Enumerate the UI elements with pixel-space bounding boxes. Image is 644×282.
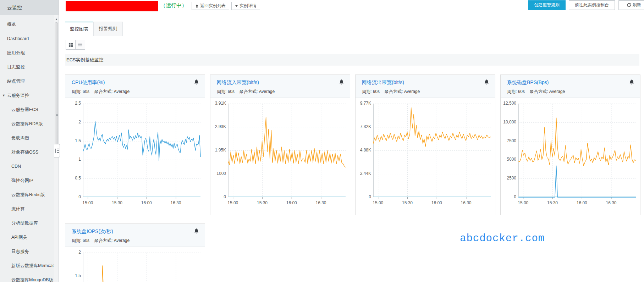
y-axis-label: 0 — [356, 194, 371, 199]
scrollbar-thumb[interactable] — [55, 22, 58, 157]
sidebar-item-7[interactable]: 云数据库RDS版 — [0, 117, 54, 131]
y-axis-label: 0 — [65, 194, 81, 199]
chart-plot — [518, 104, 637, 200]
chart-title[interactable]: 网络流出带宽(bit/s) — [362, 79, 489, 86]
sidebar-item-12[interactable]: 云数据库Redis版 — [0, 188, 54, 202]
y-axis-label: 10,000 — [501, 120, 516, 125]
cloud-monitor-app: 云监控 概览Dashboard应用分组日志监控站点管理▼云服务监控云服务器ECS… — [0, 0, 644, 282]
y-axis-label: 1.5 — [65, 273, 81, 278]
refresh-button[interactable]: 刷新 — [618, 0, 644, 10]
chart-period-label: 周期: 60s — [507, 89, 525, 95]
sidebar-item-18[interactable]: 云数据库MongoDB版 — [0, 273, 54, 282]
y-axis-label: 2.93K — [210, 124, 226, 129]
chart-card-header: CPU使用率(%) 周期: 60s 聚合方式: Average — [65, 75, 205, 98]
sidebar-nav: 概览Dashboard应用分组日志监控站点管理▼云服务监控云服务器ECS云数据库… — [0, 15, 54, 282]
bell-icon[interactable] — [484, 79, 490, 85]
grid-view-button[interactable] — [66, 40, 76, 50]
chart-card-header: 系统磁盘BPS(Bps) 周期: 60s 聚合方式: Average — [501, 75, 640, 98]
sidebar-item-8[interactable]: 负载均衡 — [0, 131, 54, 145]
chart-plot-area: 3.91K2.93K1.95K1000015:0015:3016:0016:30 — [210, 98, 350, 215]
y-axis-label: 1 — [65, 157, 81, 162]
main-content: （运行中） 返回实例列表 实例详情 创建报警规则 前往此实例控制台 刷新 监控图… — [59, 0, 644, 282]
x-axis-label: 15:00 — [225, 200, 241, 205]
series-line — [518, 118, 636, 166]
y-axis-label: 4.88K — [356, 148, 371, 153]
sidebar-item-17[interactable]: 新版云数据库Memcache — [0, 259, 54, 273]
bell-icon[interactable] — [193, 228, 200, 234]
x-axis-label: 16:30 — [168, 200, 183, 205]
sidebar-item-2[interactable]: 应用分组 — [0, 46, 54, 60]
chart-plot — [373, 104, 491, 200]
list-view-button[interactable] — [75, 40, 85, 50]
up-arrow-icon — [195, 4, 199, 8]
goto-instance-console-button[interactable]: 前往此实例控制台 — [569, 0, 615, 10]
series-line — [518, 166, 636, 197]
bell-icon[interactable] — [338, 79, 345, 85]
list-view-icon — [78, 43, 83, 47]
x-axis-label: 16:00 — [574, 200, 590, 205]
chart-period-label: 周期: 60s — [72, 238, 89, 244]
sidebar-item-9[interactable]: 对象存储OSS — [0, 145, 54, 159]
sidebar-collapse-handle[interactable] — [54, 144, 60, 157]
chart-card-3: 系统磁盘BPS(Bps) 周期: 60s 聚合方式: Average 12,50… — [500, 74, 640, 215]
section-title: ECS实例基础监控 — [65, 57, 104, 63]
chart-title[interactable]: 系统磁盘BPS(Bps) — [507, 79, 634, 86]
y-axis-label: 7.32K — [356, 124, 371, 129]
chart-plot-area: 12,50010,000750050002500015:0015:3016:00… — [501, 98, 640, 215]
x-axis-label: 16:00 — [284, 200, 299, 205]
chart-plot — [228, 104, 346, 200]
y-axis-label: 5000 — [501, 157, 516, 162]
x-axis-label: 16:30 — [603, 200, 619, 205]
tab-monitor-charts[interactable]: 监控图表 — [65, 22, 93, 37]
instance-detail-button[interactable]: 实例详情 — [231, 2, 260, 10]
tab-alarm-rules[interactable]: 报警规则 — [93, 22, 123, 36]
sidebar-item-15[interactable]: API网关 — [0, 230, 54, 244]
tab-bar: 监控图表 报警规则 — [59, 22, 644, 36]
chart-title[interactable]: CPU使用率(%) — [72, 79, 199, 86]
instance-name-redacted — [66, 1, 158, 11]
sidebar-item-11[interactable]: 弹性公网IP — [0, 173, 54, 188]
chart-subtitle: 周期: 60s 聚合方式: Average — [72, 89, 199, 95]
chart-subtitle: 周期: 60s 聚合方式: Average — [362, 89, 489, 95]
bell-icon[interactable] — [629, 79, 635, 85]
x-axis-label: 15:00 — [515, 200, 531, 205]
chart-plot-area: 21.510.5015:0015:3016:0016:30 — [65, 247, 205, 282]
chart-period-label: 周期: 60s — [72, 89, 89, 95]
back-to-instance-list-button[interactable]: 返回实例列表 — [192, 2, 229, 10]
view-toggle-group — [66, 40, 85, 50]
sidebar-item-1[interactable]: Dashboard — [0, 32, 54, 46]
sidebar-item-10[interactable]: CDN — [0, 159, 54, 173]
sidebar-item-5[interactable]: ▼云服务监控 — [0, 88, 54, 103]
scroll-up-icon[interactable]: ▲ — [54, 17, 59, 22]
watermark: abcdocker.com — [460, 233, 545, 244]
y-axis-label: 0.5 — [65, 176, 81, 181]
y-axis-label: 2 — [65, 120, 81, 125]
create-alarm-rule-button[interactable]: 创建报警规则 — [528, 0, 566, 10]
sidebar-item-4[interactable]: 站点管理 — [0, 74, 54, 88]
y-axis-label: 2500 — [501, 176, 516, 181]
chart-subtitle: 周期: 60s 聚合方式: Average — [217, 89, 344, 95]
y-axis-label: 1000 — [210, 171, 226, 176]
chart-title[interactable]: 系统盘IOPS(次/秒) — [72, 228, 199, 235]
sidebar-item-13[interactable]: 流计算 — [0, 202, 54, 216]
chart-title[interactable]: 网络流入带宽(bit/s) — [217, 79, 344, 86]
chart-period-label: 周期: 60s — [217, 89, 235, 95]
bell-icon[interactable] — [193, 79, 200, 85]
sidebar-item-3[interactable]: 日志监控 — [0, 60, 54, 74]
sidebar-item-6[interactable]: 云服务器ECS — [0, 103, 54, 117]
chart-aggregation-label: 聚合方式: Average — [240, 89, 275, 95]
sidebar-item-16[interactable]: 日志服务 — [0, 244, 54, 259]
chart-period-label: 周期: 60s — [362, 89, 380, 95]
y-axis-label: 9.77K — [356, 101, 371, 106]
chart-card-header: 网络流出带宽(bit/s) 周期: 60s 聚合方式: Average — [356, 75, 495, 98]
sidebar: 云监控 概览Dashboard应用分组日志监控站点管理▼云服务监控云服务器ECS… — [0, 0, 59, 282]
series-line — [373, 107, 491, 146]
thumb-grip-icon — [56, 113, 58, 116]
chart-card-2: 网络流出带宽(bit/s) 周期: 60s 聚合方式: Average 9.77… — [355, 74, 495, 215]
x-axis-label: 16:30 — [313, 200, 329, 205]
chevron-down-icon — [235, 4, 238, 7]
sidebar-item-0[interactable]: 概览 — [0, 17, 54, 32]
sidebar-item-14[interactable]: 分析型数据库 — [0, 216, 54, 230]
y-axis-label: 2.44K — [356, 171, 371, 176]
chart-aggregation-label: 聚合方式: Average — [530, 89, 565, 95]
